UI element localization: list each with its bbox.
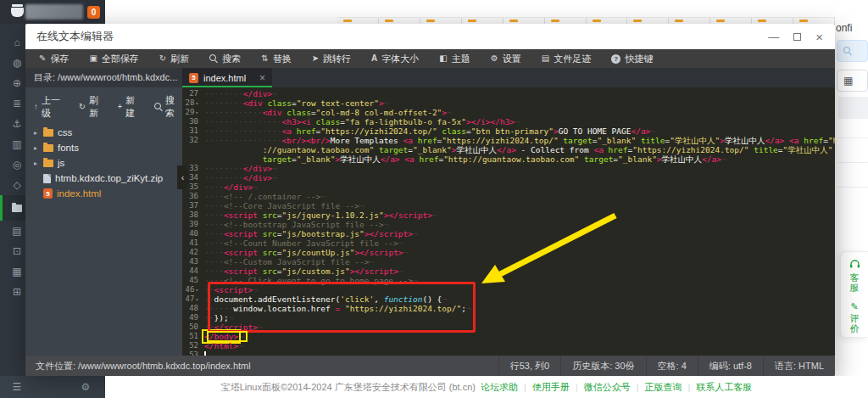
toolbar-goto-line-button[interactable]: ➤跳转行 <box>302 49 361 68</box>
code-line[interactable]: 41····<!--Count Number JavaScript file -… <box>182 238 835 248</box>
background-tab[interactable] <box>379 17 420 24</box>
code-line-content: ················<br/><br/>More Templates… <box>204 136 835 145</box>
code-line[interactable]: 53 <box>182 350 835 356</box>
background-tab[interactable] <box>793 17 835 24</box>
tab-close-icon[interactable]: × <box>259 72 265 84</box>
toolbar-refresh-button[interactable]: ↻刷新 <box>149 49 199 68</box>
panel-settings-icon[interactable]: ⚙ <box>75 376 96 398</box>
notification-badge[interactable]: 0 <box>87 6 100 19</box>
footer-link[interactable]: 论坛求助 <box>481 382 518 392</box>
background-tab[interactable] <box>545 17 587 24</box>
code-line[interactable]: ://guantaow.taobao.com" target="_blank">… <box>182 145 835 154</box>
background-tab[interactable] <box>627 17 669 24</box>
footer-link[interactable]: 联系人工客服 <box>696 382 752 392</box>
fullscreen-icon[interactable] <box>793 33 801 41</box>
footer-link[interactable]: 微信公众号 <box>584 382 631 392</box>
code-line[interactable]: 42····<script src="js/countUp.js"></scri… <box>182 248 835 257</box>
code-line[interactable]: 48······window.location.href = "https://… <box>182 304 835 313</box>
code-line-content: ················<a href="https://yizhi20… <box>204 126 655 136</box>
background-tab[interactable] <box>420 17 462 24</box>
tree-collapse-handle[interactable]: ‹ <box>177 165 188 189</box>
folder-icon <box>716 20 725 22</box>
menu-icon[interactable]: ☰ <box>7 376 27 398</box>
background-row-divider <box>837 137 868 138</box>
tree-item-css[interactable]: ▸css <box>25 125 182 140</box>
toolbar-save-button[interactable]: ✎保存 <box>29 49 79 68</box>
folder-icon <box>468 20 476 22</box>
toolbar-save-all-button[interactable]: ▣全部保存 <box>79 49 148 68</box>
background-tab[interactable] <box>504 17 545 24</box>
code-line[interactable]: 35····</div>¬ <box>182 182 835 192</box>
code-line[interactable]: 27········</div>¬ <box>182 89 835 98</box>
tab-index-html[interactable]: 5 index.html × <box>182 68 272 87</box>
toolbar-replace-button[interactable]: ⇅替换 <box>251 49 301 68</box>
background-tab[interactable] <box>669 17 710 24</box>
tree-item-label: css <box>58 127 72 137</box>
line-number: 46▾ <box>182 285 204 294</box>
rate-button[interactable]: ✎ 评价 <box>850 301 860 334</box>
code-line[interactable]: 47▾··document.addEventListener('click', … <box>182 294 835 304</box>
code-editor[interactable]: 27········</div>¬28▾········<div class="… <box>182 87 835 356</box>
code-line[interactable]: 33········</div>¬ <box>182 164 835 173</box>
tree-item-js[interactable]: ▸js <box>25 155 182 171</box>
toolbar-file-footprint-button[interactable]: ▤文件足迹 <box>531 49 601 68</box>
toolbar-settings-button[interactable]: ⚙设置 <box>481 49 531 68</box>
tree-action-up[interactable]: ↑上一级 <box>34 94 67 120</box>
footer-link[interactable]: 使用手册 <box>532 382 570 392</box>
code-line[interactable]: 45····<!-- Click event to go to home pag… <box>182 276 835 285</box>
search-icon <box>843 47 852 55</box>
background-tab[interactable] <box>587 17 628 24</box>
code-line[interactable]: 50··</script>¬ <box>182 322 835 332</box>
code-line[interactable]: 37····<!--Core JavaScript file -->¬ <box>182 201 835 210</box>
toolbar-search-button[interactable]: 搜索 <box>199 49 251 68</box>
code-line[interactable]: 49··});¬ <box>182 313 835 322</box>
code-line[interactable]: 46▾··<script>¬ <box>182 285 835 294</box>
editor-toolbar: ✎保存▣全部保存↻刷新搜索⇅替换➤跳转行A字体大小◧主题⚙设置▤文件足迹?快捷键 <box>25 49 835 68</box>
footer-copyright: 宝塔Linux面板©2014-2024 广东堡塔安全技术有限公司 (bt.cn) <box>221 381 476 394</box>
tree-action-search[interactable]: 搜索 <box>154 94 182 120</box>
code-line[interactable]: 36····<!-- /.container -->¬ <box>182 192 835 201</box>
customer-service-button[interactable]: 客服 <box>849 260 860 293</box>
search-icon <box>209 54 218 63</box>
close-icon[interactable]: × <box>815 31 823 43</box>
background-tab[interactable] <box>752 17 793 24</box>
line-number: 32 <box>182 136 204 145</box>
customer-service-label: 客服 <box>850 272 860 293</box>
tree-action-new[interactable]: +新建 <box>117 94 142 120</box>
background-tab[interactable] <box>337 17 379 24</box>
code-line[interactable]: 51</body>¬ <box>182 332 835 341</box>
code-line[interactable]: 43····<!--Custom JavaScript file -->¬ <box>182 257 835 266</box>
code-line[interactable]: 28▾········<div class="row text-center">… <box>182 98 835 108</box>
toolbar-hotkeys-button[interactable]: ?快捷键 <box>601 49 663 68</box>
minimize-icon[interactable]: — <box>768 31 779 42</box>
folder-icon <box>675 20 683 22</box>
code-line[interactable]: 38····<script src="js/jquery-1.10.2.js">… <box>182 210 835 220</box>
code-line[interactable]: 40····<script src="js/bootstrap.js"></sc… <box>182 229 835 238</box>
code-line[interactable]: 52</html>¬ <box>182 341 835 350</box>
code-line[interactable]: 44····<script src="js/custom.js"></scrip… <box>182 266 835 276</box>
toolbar-font-size-button[interactable]: A字体大小 <box>361 49 429 68</box>
tree-item-index.html[interactable]: 5index.html <box>25 186 182 201</box>
background-tab[interactable] <box>462 17 504 24</box>
tree-action-refresh[interactable]: ↻刷新 <box>79 94 106 120</box>
code-line[interactable]: 30················<h3><i class="fa fa-li… <box>182 117 835 126</box>
background-grid-view-button[interactable]: ▦ <box>837 70 868 92</box>
background-search-box[interactable] <box>837 40 868 62</box>
toolbar-theme-button[interactable]: ◧主题 <box>429 49 480 68</box>
code-line[interactable]: 29▾············<div class="col-md-8 col-… <box>182 108 835 117</box>
footer-link[interactable]: 正版查询 <box>645 382 682 392</box>
tree-item-label: index.html <box>57 188 101 199</box>
line-number: 42 <box>182 248 204 257</box>
tree-item-htmb.kdxdc.top_ziKyt.zip[interactable]: htmb.kdxdc.top_ziKyt.zip <box>25 171 182 186</box>
code-line[interactable]: 34········</div>¬ <box>182 173 835 182</box>
tree-item-fonts[interactable]: ▸fonts <box>25 140 182 155</box>
code-line[interactable]: 31················<a href="https://yizhi… <box>182 126 835 136</box>
code-line[interactable]: 39····<!--bootstrap JavaScript file -->¬ <box>182 220 835 229</box>
code-line[interactable]: target="_blank">学社山中人</a> <a href="http:… <box>182 154 835 164</box>
bt-panel-logo-icon[interactable] <box>11 8 24 17</box>
folder-icon <box>426 20 435 22</box>
file-footprint-icon: ▤ <box>542 54 549 63</box>
background-tab[interactable] <box>710 17 752 24</box>
code-line-content: ····<script src="js/countUp.js"></script… <box>204 248 408 257</box>
code-line[interactable]: 32················<br/><br/>More Templat… <box>182 136 835 145</box>
